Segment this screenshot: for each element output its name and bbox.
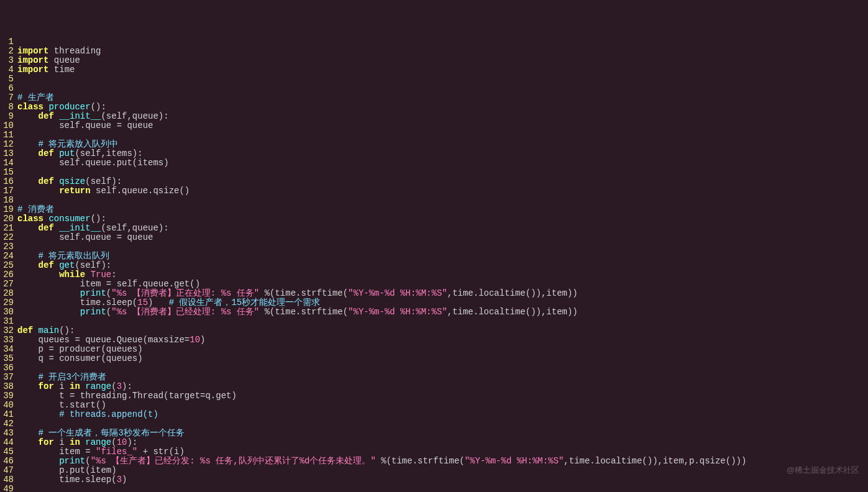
token-id: (self,queue): bbox=[101, 111, 168, 121]
token-fn: print bbox=[80, 288, 106, 298]
code-line[interactable]: while True: bbox=[17, 270, 868, 280]
code-line[interactable]: def get(self): bbox=[17, 261, 868, 270]
token-kw: return bbox=[59, 186, 90, 196]
line-number: 11 bbox=[0, 130, 14, 140]
code-line[interactable] bbox=[17, 485, 868, 492]
code-line[interactable]: def main(): bbox=[17, 326, 868, 335]
code-area[interactable]: import threadingimport queueimport time … bbox=[17, 37, 868, 492]
line-number: 8 bbox=[0, 102, 14, 112]
code-line[interactable]: # 开启3个消费者 bbox=[17, 373, 868, 382]
code-line[interactable] bbox=[17, 363, 868, 373]
code-line[interactable] bbox=[17, 317, 868, 326]
token-fn: main bbox=[39, 326, 60, 335]
token-kw: def bbox=[17, 326, 39, 335]
token-id: time.sleep( bbox=[17, 298, 137, 308]
code-line[interactable]: def __init__(self,queue): bbox=[17, 112, 868, 121]
code-editor[interactable]: 1234567891011121314151617181920212223242… bbox=[0, 37, 868, 492]
token-fn: __init__ bbox=[59, 111, 101, 121]
token-id: time.sleep( bbox=[17, 475, 117, 485]
line-number: 42 bbox=[0, 419, 14, 429]
code-line[interactable] bbox=[17, 242, 868, 252]
code-line[interactable]: t = threading.Thread(target=q.get) bbox=[17, 391, 868, 401]
token-num: 3 bbox=[117, 475, 122, 485]
code-line[interactable]: queues = queue.Queue(maxsize=10) bbox=[17, 335, 868, 345]
line-number: 39 bbox=[0, 391, 14, 401]
code-line[interactable]: item = "files_" + str(i) bbox=[17, 447, 868, 457]
token-id bbox=[17, 409, 59, 419]
code-line[interactable]: for i in range(10): bbox=[17, 438, 868, 447]
code-line[interactable]: print("%s 【消费者】正在处理: %s 任务" %(time.strft… bbox=[17, 289, 868, 298]
token-kw: import bbox=[17, 46, 48, 56]
line-number: 22 bbox=[0, 233, 14, 242]
line-number: 27 bbox=[0, 280, 14, 289]
code-line[interactable]: t.start() bbox=[17, 401, 868, 410]
code-line[interactable] bbox=[17, 196, 868, 205]
code-line[interactable]: for i in range(3): bbox=[17, 382, 868, 391]
token-kw: import bbox=[17, 65, 48, 75]
code-line[interactable]: self.queue = queue bbox=[17, 233, 868, 242]
token-id: : bbox=[111, 270, 116, 280]
code-line[interactable]: print("%s 【消费者】已经处理: %s 任务" %(time.strft… bbox=[17, 308, 868, 317]
code-line[interactable]: q = consumer(queues) bbox=[17, 354, 868, 363]
code-line[interactable]: def put(self,items): bbox=[17, 149, 868, 158]
code-line[interactable]: # 生产者 bbox=[17, 93, 868, 102]
code-line[interactable]: self.queue = queue bbox=[17, 121, 868, 130]
line-number: 25 bbox=[0, 261, 14, 270]
code-line[interactable]: import threading bbox=[17, 47, 868, 56]
code-line[interactable] bbox=[17, 419, 868, 429]
code-line[interactable]: class producer(): bbox=[17, 102, 868, 112]
token-id: ) bbox=[148, 298, 169, 308]
line-number: 30 bbox=[0, 308, 14, 317]
code-line[interactable]: # 一个生成者，每隔3秒发布一个任务 bbox=[17, 429, 868, 438]
token-str: "%s 【生产者】已经分发: %s 任务,队列中还累计了%d个任务未处理。" bbox=[91, 456, 376, 466]
code-line[interactable]: # 消费者 bbox=[17, 205, 868, 214]
code-line[interactable]: item = self.queue.get() bbox=[17, 280, 868, 289]
code-line[interactable]: print("%s 【生产者】已经分发: %s 任务,队列中还累计了%d个任务未… bbox=[17, 457, 868, 466]
code-line[interactable]: import time bbox=[17, 65, 868, 75]
token-kw: def bbox=[39, 148, 60, 158]
token-str: "%Y-%m-%d %H:%M:%S" bbox=[348, 288, 447, 298]
code-line[interactable]: self.queue.put(items) bbox=[17, 158, 868, 168]
token-num: 3 bbox=[117, 381, 122, 391]
code-line[interactable]: import queue bbox=[17, 56, 868, 65]
token-id: ( bbox=[111, 381, 116, 391]
token-id: queue bbox=[48, 55, 80, 65]
token-id: self.queue.put(items) bbox=[17, 158, 169, 168]
code-line[interactable] bbox=[17, 168, 868, 177]
line-number: 20 bbox=[0, 214, 14, 224]
code-line[interactable]: # threads.append(t) bbox=[17, 410, 868, 419]
token-kw: for bbox=[39, 381, 60, 391]
code-line[interactable]: p.put(item) bbox=[17, 466, 868, 475]
token-kw: class bbox=[17, 102, 48, 112]
token-id bbox=[17, 223, 39, 233]
code-line[interactable] bbox=[17, 75, 868, 84]
token-fn: qsize bbox=[59, 176, 85, 186]
code-line[interactable] bbox=[17, 84, 868, 93]
token-cmt: # 一个生成者，每隔3秒发布一个任务 bbox=[39, 428, 185, 438]
token-id bbox=[17, 260, 39, 270]
code-line[interactable]: time.sleep(15) # 假设生产者，15秒才能处理一个需求 bbox=[17, 298, 868, 308]
token-id bbox=[17, 428, 39, 438]
token-id bbox=[17, 270, 59, 280]
code-line[interactable]: p = producer(queues) bbox=[17, 345, 868, 354]
code-line[interactable]: time.sleep(3) bbox=[17, 475, 868, 485]
token-id: (self): bbox=[85, 176, 122, 186]
line-number: 47 bbox=[0, 466, 14, 475]
code-line[interactable]: class consumer(): bbox=[17, 214, 868, 224]
token-fn: print bbox=[80, 307, 106, 317]
code-line[interactable] bbox=[17, 130, 868, 140]
token-id: queues = queue.Queue(maxsize= bbox=[17, 335, 190, 345]
code-line[interactable]: return self.queue.qsize() bbox=[17, 186, 868, 196]
code-line[interactable]: def __init__(self,queue): bbox=[17, 224, 868, 233]
token-cmt: # 生产者 bbox=[17, 93, 54, 102]
token-id bbox=[17, 381, 39, 391]
token-fn: range bbox=[85, 381, 111, 391]
token-id: ( bbox=[111, 437, 116, 447]
code-line[interactable]: def qsize(self): bbox=[17, 177, 868, 186]
token-id: ,time.localtime()),item)) bbox=[447, 288, 578, 298]
token-num: 10 bbox=[190, 335, 200, 345]
code-line[interactable] bbox=[17, 37, 868, 47]
token-id: (): bbox=[59, 326, 75, 335]
code-line[interactable]: # 将元素放入队列中 bbox=[17, 140, 868, 149]
code-line[interactable]: # 将元素取出队列 bbox=[17, 252, 868, 261]
